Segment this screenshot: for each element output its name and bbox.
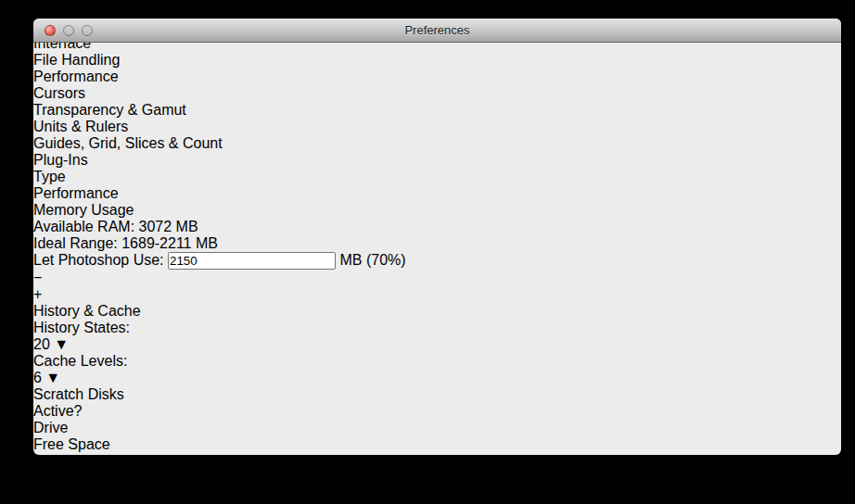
history-states-dropdown-button[interactable]: ▼ — [54, 336, 69, 352]
column-header-free-space: Free Space — [33, 436, 841, 453]
history-states-value: 20 — [33, 336, 50, 352]
ideal-range-row: Ideal Range: 1689-2211 MB — [33, 235, 841, 252]
chevron-down-icon: ▼ — [54, 336, 69, 352]
cache-levels-value: 6 — [33, 370, 42, 385]
sidebar-item-performance[interactable]: Performance — [33, 69, 841, 85]
plus-icon: + — [33, 286, 42, 302]
cache-levels-combo[interactable]: 6 ▼ — [33, 370, 841, 386]
scratch-disk-active-checkbox[interactable]: ✓ — [33, 487, 45, 503]
scratch-disks-group-title: Scratch Disks — [33, 386, 124, 402]
sidebar-item-file-handling[interactable]: File Handling — [33, 52, 841, 69]
chevron-down-icon: ▼ — [45, 370, 60, 385]
let-photoshop-use-label: Let Photoshop Use: — [33, 252, 164, 268]
memory-usage-group: Memory Usage Available RAM: 3072 MB Idea… — [33, 202, 841, 303]
close-button[interactable] — [45, 25, 56, 36]
memory-increase-button[interactable]: + — [33, 286, 841, 303]
scratch-disks-table: Active? Drive Free Space Information 1 ✓… — [33, 403, 841, 504]
table-header: Active? Drive Free Space Information — [33, 403, 841, 470]
memory-slider-row: − + — [33, 270, 841, 303]
history-cache-group-title: History & Cache — [33, 303, 141, 319]
window-title: Preferences — [33, 19, 841, 43]
sidebar-item-type[interactable]: Type — [33, 169, 841, 185]
history-cache-group: History & Cache History States: 20 ▼ Cac… — [33, 303, 841, 386]
memory-amount-suffix: MB (70%) — [339, 252, 405, 268]
let-photoshop-use-row: Let Photoshop Use: MB (70%) — [33, 252, 841, 270]
ideal-range-label: Ideal Range: — [33, 235, 118, 251]
history-states-combo[interactable]: 20 ▼ — [33, 336, 841, 353]
available-ram-row: Available RAM: 3072 MB — [33, 219, 841, 235]
active-cell: ✓ — [33, 486, 841, 504]
preferences-window: Preferences General Interface File Handl… — [33, 19, 841, 455]
available-ram-value: 3072 MB — [139, 219, 198, 234]
column-header-drive: Drive — [33, 420, 841, 436]
table-row[interactable]: 1 ✓ Granite 111.40GB — [33, 470, 841, 504]
titlebar[interactable]: Preferences — [33, 19, 841, 43]
minus-icon: − — [33, 270, 42, 285]
scratch-disks-group: Scratch Disks Active? Drive Free Space I… — [33, 386, 841, 504]
sidebar-item-plug-ins[interactable]: Plug-Ins — [33, 152, 841, 169]
sidebar-item-transparency-gamut[interactable]: Transparency & Gamut — [33, 102, 841, 119]
cache-levels-label: Cache Levels: — [33, 353, 127, 369]
memory-usage-group-title: Memory Usage — [33, 202, 134, 218]
window-controls — [45, 25, 93, 36]
ideal-range-value: 1689-2211 MB — [121, 235, 218, 251]
sidebar-item-guides-grid[interactable]: Guides, Grid, Slices & Count — [33, 135, 841, 152]
row-number: 1 — [33, 470, 841, 486]
check-icon: ✓ — [33, 487, 45, 503]
sidebar-item-units-rulers[interactable]: Units & Rulers — [33, 119, 841, 135]
memory-decrease-button[interactable]: − — [33, 270, 841, 286]
available-ram-label: Available RAM: — [33, 219, 134, 234]
minimize-button[interactable] — [63, 25, 74, 36]
page-title: Performance — [33, 185, 841, 202]
sidebar-item-cursors[interactable]: Cursors — [33, 85, 841, 102]
column-header-information: Information — [33, 453, 841, 470]
zoom-button[interactable] — [82, 25, 93, 36]
cache-levels-dropdown-button[interactable]: ▼ — [45, 370, 60, 385]
history-states-label: History States: — [33, 320, 130, 335]
history-states-row: History States: 20 ▼ — [33, 320, 841, 353]
column-header-active: Active? — [33, 403, 841, 420]
cache-levels-row: Cache Levels: 6 ▼ — [33, 353, 841, 386]
memory-amount-input[interactable] — [168, 252, 336, 270]
category-list: General Interface File Handling Performa… — [33, 19, 841, 185]
